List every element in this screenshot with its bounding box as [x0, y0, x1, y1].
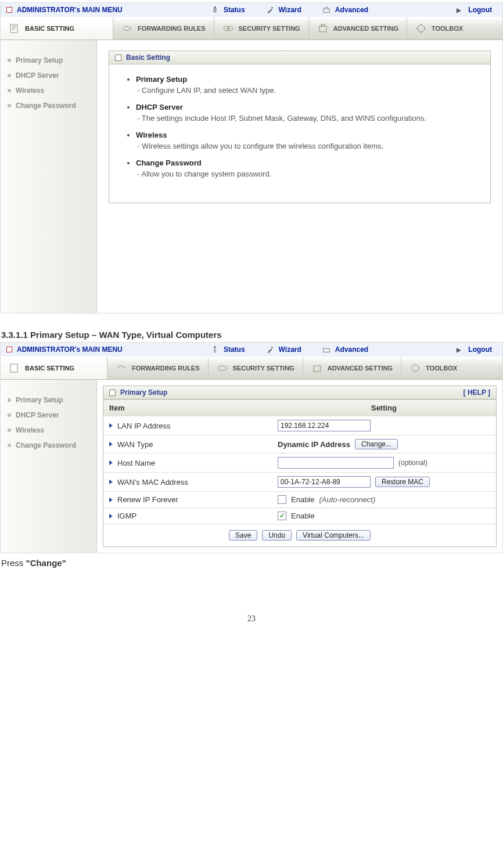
topmenu-logout[interactable]: ▶Logout — [446, 345, 502, 354]
tab-forwarding-rules[interactable]: FORWARDING RULES — [113, 17, 214, 39]
security-icon — [222, 23, 234, 34]
save-button[interactable]: Save — [229, 530, 257, 541]
tab-security-setting[interactable]: SECURITY SETTING — [208, 357, 303, 379]
virtual-computers-button[interactable]: Virtual Computers... — [296, 530, 371, 541]
topmenu-logout[interactable]: ▶ Logout — [446, 6, 502, 14]
sidebar-label: Wireless — [16, 87, 44, 95]
item-heading: Wireless — [136, 131, 474, 139]
help-link[interactable]: [ HELP ] — [464, 388, 490, 397]
wizard-icon — [266, 6, 274, 14]
panel-icon — [115, 55, 121, 61]
svg-point-8 — [214, 346, 216, 348]
admin-marker-icon — [6, 7, 12, 13]
sidebar-label: Primary Setup — [16, 56, 63, 64]
svg-rect-13 — [314, 366, 321, 372]
svg-point-0 — [214, 6, 216, 9]
label: Change Password — [16, 441, 76, 449]
status-icon — [211, 345, 219, 354]
top-menu-bar: ADMINISTRATOR's MAIN MENU Status Wizard … — [1, 3, 502, 17]
label: BASIC SETTING — [25, 365, 74, 372]
renew-checkbox[interactable] — [278, 495, 286, 504]
topmenu-wizard[interactable]: Wizard — [256, 6, 312, 14]
triangle-icon — [109, 480, 113, 484]
tab-bar: BASIC SETTING FORWARDING RULES SECURITY … — [1, 356, 502, 380]
undo-button[interactable]: Undo — [262, 530, 292, 541]
label: SECURITY SETTING — [233, 365, 294, 372]
change-button[interactable]: Change... — [355, 439, 398, 449]
sidebar-item-change-password[interactable]: Change Password — [1, 438, 96, 453]
item-heading: Primary Setup — [136, 75, 474, 84]
sidebar-label: DHCP Server — [16, 71, 59, 80]
tab-security-setting[interactable]: SECURITY SETTING — [214, 17, 308, 39]
svg-rect-11 — [10, 364, 17, 372]
tab-basic-setting[interactable]: BASIC SETTING — [1, 357, 107, 379]
tab-toolbox[interactable]: TOOLBOX — [401, 357, 465, 379]
topmenu-wizard[interactable]: Wizard — [256, 345, 312, 354]
topmenu-advanced[interactable]: Advanced — [312, 345, 379, 354]
item-desc: The settings include Host IP, Subnet Mas… — [137, 114, 474, 123]
optional-label: (optional) — [398, 459, 427, 467]
chevron-right-icon: ▶ — [457, 7, 461, 13]
sidebar-item-change-password[interactable]: Change Password — [1, 98, 96, 113]
sidebar-item-dhcp-server[interactable]: DHCP Server — [1, 408, 96, 423]
item-heading: DHCP Server — [136, 103, 474, 111]
advanced-setting-icon — [311, 362, 323, 374]
tab-toolbox-label: TOOLBOX — [432, 25, 463, 32]
tab-advanced-setting[interactable]: ADVANCED SETTING — [308, 17, 407, 39]
row-label: WAN's MAC Address — [117, 478, 188, 487]
admin-menu-title-label: ADMINISTRATOR's MAIN MENU — [17, 345, 123, 354]
row-label: LAN IP Address — [117, 422, 171, 430]
screenshot-basic-setting: ADMINISTRATOR's MAIN MENU Status Wizard … — [0, 2, 503, 314]
text-pre: Press — [1, 558, 26, 568]
restore-mac-button[interactable]: Restore MAC — [375, 477, 430, 487]
label: ADVANCED SETTING — [328, 365, 393, 372]
row-label: IGMP — [117, 512, 136, 520]
row-renew-ip: Renew IP Forever Enable(Auto-reconnect) — [103, 491, 496, 507]
toolbox-icon — [409, 362, 421, 374]
item-desc: Wireless settings allow you to configure… — [137, 142, 474, 150]
advanced-setting-icon — [317, 23, 329, 34]
admin-menu-title: ADMINISTRATOR's MAIN MENU — [1, 345, 133, 354]
triangle-icon — [109, 423, 113, 428]
igmp-checkbox[interactable] — [278, 512, 286, 520]
tab-advanced-label: ADVANCED SETTING — [333, 25, 398, 32]
sidebar-label: Change Password — [16, 102, 76, 110]
sidebar-item-primary-setup[interactable]: Primary Setup — [1, 53, 96, 68]
panel-title: Primary Setup — [120, 388, 167, 397]
admin-menu-title-label: ADMINISTRATOR's MAIN MENU — [17, 6, 123, 14]
label: Wizard — [279, 345, 301, 354]
page-number: 23 — [0, 614, 503, 624]
basic-setting-icon — [9, 362, 20, 374]
host-name-input[interactable] — [278, 457, 394, 469]
tab-forwarding-rules[interactable]: FORWARDING RULES — [107, 357, 208, 379]
tab-basic-setting[interactable]: BASIC SETTING — [1, 17, 113, 39]
top-menu-bar: ADMINISTRATOR's MAIN MENU Status Wizard … — [1, 343, 502, 356]
lan-ip-input[interactable] — [278, 420, 371, 431]
item-heading: Change Password — [136, 159, 474, 167]
svg-point-4 — [227, 27, 229, 30]
primary-setup-panel: Primary Setup [ HELP ] Item Setting LAN … — [103, 386, 497, 547]
grid-header: Item Setting — [103, 399, 496, 416]
tab-advanced-setting[interactable]: ADVANCED SETTING — [303, 357, 401, 379]
label: Advanced — [335, 345, 368, 354]
wizard-icon — [266, 345, 274, 354]
tab-toolbox[interactable]: TOOLBOX — [407, 17, 471, 39]
row-igmp: IGMP Enable — [103, 507, 496, 524]
sidebar-item-dhcp-server[interactable]: DHCP Server — [1, 68, 96, 83]
sidebar-item-wireless[interactable]: Wireless — [1, 423, 96, 438]
svg-rect-5 — [319, 26, 326, 32]
row-lan-ip: LAN IP Address — [103, 416, 496, 435]
item-desc: Allow you to change system password. — [137, 170, 474, 178]
label: Primary Setup — [16, 396, 63, 404]
topmenu-advanced[interactable]: Advanced — [312, 6, 379, 14]
sidebar-item-wireless[interactable]: Wireless — [1, 83, 96, 98]
topmenu-logout-label: Logout — [468, 6, 492, 14]
tab-security-label: SECURITY SETTING — [239, 25, 300, 32]
sidebar-item-primary-setup[interactable]: Primary Setup — [1, 392, 96, 408]
topmenu-status[interactable]: Status — [200, 345, 256, 354]
list-item: Primary SetupConfigure LAN IP, and selec… — [136, 75, 474, 95]
mac-input[interactable] — [278, 476, 371, 488]
row-host-name: Host Name (optional) — [103, 453, 496, 472]
topmenu-status[interactable]: Status — [200, 6, 256, 14]
label: TOOLBOX — [426, 365, 457, 372]
